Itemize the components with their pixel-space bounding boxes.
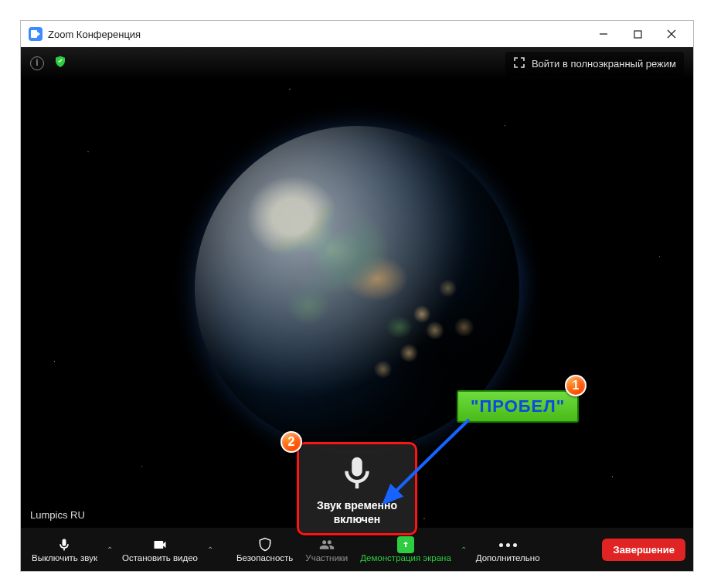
end-meeting-button[interactable]: Завершение [602, 539, 685, 561]
annotation-probel-label: "ПРОБЕЛ" [457, 390, 579, 423]
maximize-button[interactable] [620, 21, 654, 47]
mute-options-chevron-icon[interactable]: ⌃ [104, 528, 116, 571]
share-options-chevron-icon[interactable]: ⌃ [457, 528, 470, 571]
top-overlay-bar: i Войти в полноэкранный режим [21, 47, 693, 80]
microphone-icon [56, 536, 72, 553]
temporary-unmute-text: Звук временно включен [304, 499, 410, 526]
video-button[interactable]: Остановить видео [116, 528, 204, 571]
security-button[interactable]: Безопасность [230, 528, 299, 571]
more-dots-icon [499, 536, 517, 553]
participants-icon [318, 536, 335, 553]
more-label: Дополнительно [476, 553, 540, 563]
temporary-unmute-popup: Звук временно включен [297, 442, 417, 535]
more-button[interactable]: Дополнительно [470, 528, 546, 571]
close-button[interactable] [654, 21, 688, 47]
mute-button[interactable]: Выключить звук [26, 528, 104, 571]
video-label: Остановить видео [122, 553, 198, 563]
end-meeting-label: Завершение [613, 544, 675, 556]
meeting-info-icon[interactable]: i [30, 56, 44, 70]
fullscreen-icon [513, 56, 525, 71]
titlebar: Zoom Конференция [21, 21, 693, 47]
participant-name-tag: Lumpics RU [24, 507, 91, 523]
minimize-button[interactable] [586, 21, 620, 47]
mute-label: Выключить звук [32, 553, 97, 563]
zoom-app-icon [29, 27, 42, 41]
svg-rect-1 [634, 31, 641, 38]
large-microphone-icon [336, 452, 378, 497]
app-window: Zoom Конференция i [20, 20, 694, 572]
share-screen-icon [397, 536, 414, 553]
fullscreen-label: Войти в полноэкранный режим [532, 58, 676, 70]
annotation-badge-2: 2 [280, 431, 302, 453]
security-label: Безопасность [236, 553, 293, 563]
share-screen-label: Демонстрация экрана [360, 553, 451, 563]
encryption-shield-icon[interactable] [53, 55, 67, 72]
fullscreen-button[interactable]: Войти в полноэкранный режим [505, 52, 684, 76]
shield-icon [257, 536, 273, 553]
annotation-badge-1: 1 [565, 375, 586, 396]
window-title: Zoom Конференция [48, 29, 141, 40]
camera-icon [151, 536, 168, 553]
video-options-chevron-icon[interactable]: ⌃ [204, 528, 216, 571]
participants-label: Участники [305, 553, 348, 563]
meeting-video-area: i Войти в полноэкранный режим Lumpics RU [21, 47, 693, 571]
